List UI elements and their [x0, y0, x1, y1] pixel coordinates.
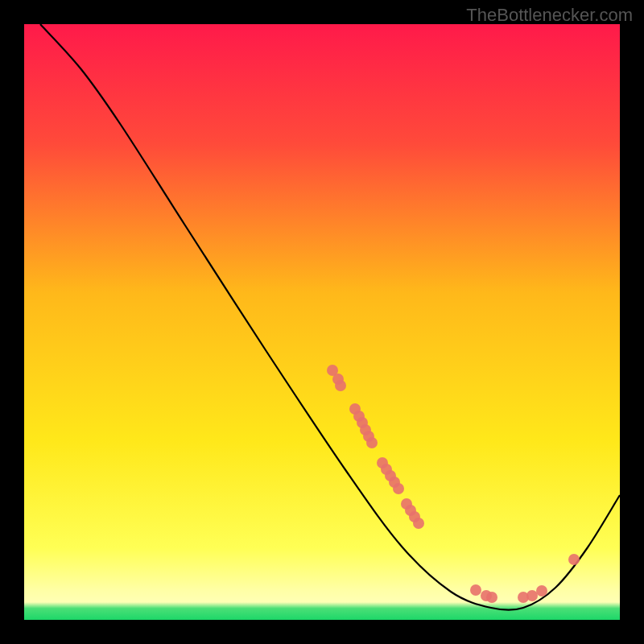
bottleneck-curve	[40, 24, 620, 610]
data-marker	[335, 380, 346, 391]
data-marker	[536, 585, 547, 597]
data-marker	[568, 554, 580, 565]
curve-layer	[24, 24, 620, 620]
data-marker	[393, 483, 404, 494]
data-marker	[526, 590, 538, 601]
data-markers	[327, 365, 580, 603]
data-marker	[366, 437, 378, 448]
data-marker	[486, 592, 497, 603]
plot-area	[24, 24, 620, 620]
data-marker	[413, 518, 424, 529]
data-marker	[470, 584, 481, 596]
chart-container: TheBottlenecker.com	[0, 0, 644, 644]
watermark-text: TheBottlenecker.com	[466, 5, 633, 26]
